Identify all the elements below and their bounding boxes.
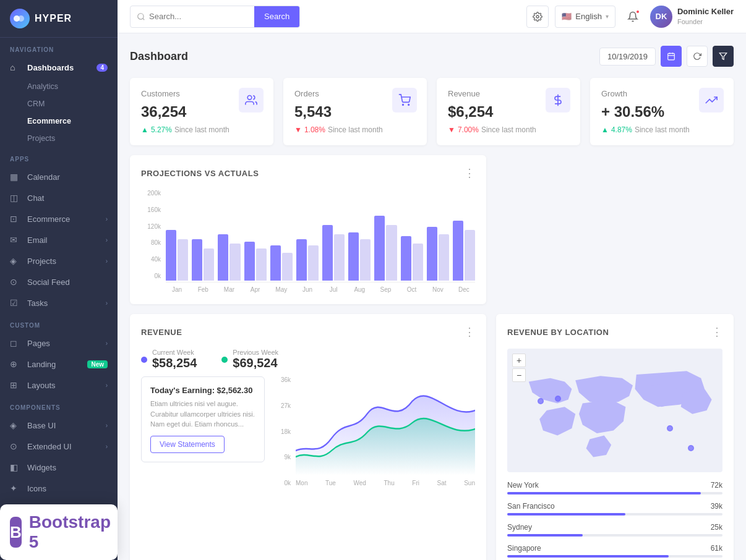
sidebar-item-calendar[interactable]: ▦ Calendar — [0, 166, 118, 187]
location-sydney: Sydney 25k — [507, 523, 722, 537]
widgets-icon: ◧ — [10, 462, 21, 472]
day-tue: Tue — [325, 480, 336, 486]
layouts-label: Layouts — [27, 381, 106, 390]
bar-projected-mar — [229, 244, 240, 281]
refresh-button[interactable] — [687, 46, 708, 67]
svg-point-12 — [408, 104, 409, 106]
sidebar-item-projects-app[interactable]: ◈ Projects › — [0, 250, 118, 271]
sidebar-item-layouts[interactable]: ⊞ Layouts › — [0, 375, 118, 396]
bar-actual-jan — [166, 230, 176, 281]
projections-menu[interactable]: ⋮ — [464, 166, 475, 180]
revenue-change-value: 7.00% — [458, 125, 479, 134]
topbar: Search 🇺🇸 English ▾ DK Dominic Keller Fo… — [118, 0, 746, 33]
sidebar-item-pages[interactable]: ◻ Pages › — [0, 333, 118, 354]
bar-projected-oct — [413, 244, 423, 281]
sidebar-item-analytics[interactable]: Analytics — [0, 78, 118, 95]
settings-button[interactable] — [526, 6, 549, 28]
search-input[interactable] — [149, 12, 248, 21]
current-week-value: $58,254 — [152, 356, 197, 370]
previous-week-value: $69,524 — [233, 356, 278, 370]
location-title: REVENUE BY LOCATION — [507, 328, 609, 337]
sidebar-item-icons[interactable]: ✦ Icons — [0, 478, 118, 499]
notification-dot — [635, 9, 640, 14]
location-singapore-value: 61k — [711, 544, 722, 553]
sidebar-item-crm[interactable]: CRM — [0, 95, 118, 112]
revenue-content: Today's Earning: $2,562.30 Etiam ultrici… — [141, 376, 475, 486]
sidebar-item-extended-ui[interactable]: ⊙ Extended UI › — [0, 436, 118, 457]
calendar-view-button[interactable] — [661, 46, 682, 67]
sidebar-item-base-ui[interactable]: ◈ Base UI › — [0, 415, 118, 436]
bootstrap-icon: B — [10, 517, 22, 548]
y-label-0k: 0k — [141, 273, 161, 279]
filter-button[interactable] — [713, 46, 734, 67]
page-header: Dashboard 10/19/2019 — [130, 46, 734, 67]
sidebar-item-email[interactable]: ✉ Email › — [0, 229, 118, 250]
sidebar-item-dashboards[interactable]: ⌂ Dashboards 4 — [0, 57, 118, 78]
bar-actual-oct — [401, 236, 411, 281]
customers-icon — [239, 88, 264, 112]
user-profile[interactable]: DK Dominic Keller Founder — [650, 6, 734, 28]
x-label-apr: Apr — [244, 286, 267, 293]
sidebar-item-projects[interactable]: Projects — [0, 130, 118, 147]
location-sydney-value: 25k — [711, 523, 722, 532]
revenue-arrow-icon: ▼ — [448, 125, 455, 134]
bar-group-dec — [453, 188, 475, 281]
x-label-mar: Mar — [218, 286, 240, 293]
week-summary: Current Week $58,254 Previous Week $69,5… — [141, 349, 475, 370]
custom-section-label: CUSTOM — [0, 313, 118, 333]
bar-actual-jun — [296, 239, 307, 281]
location-stats: New York 72k San Francisco 39k — [507, 481, 722, 558]
sidebar-item-widgets[interactable]: ◧ Widgets — [0, 457, 118, 478]
earning-title: Today's Earning: $2,562.30 — [150, 386, 255, 395]
earning-box-wrap: Today's Earning: $2,562.30 Etiam ultrici… — [141, 376, 265, 486]
bar-group-nov — [427, 188, 449, 281]
revenue-line-chart — [296, 376, 475, 475]
bar-projected-aug — [360, 239, 371, 281]
sidebar-item-ecommerce-app[interactable]: ⊡ Ecommerce › — [0, 208, 118, 229]
revenue-card: REVENUE ⋮ Current Week $58,254 P — [130, 314, 486, 560]
bar-group-sep — [374, 188, 397, 281]
x-label-may: May — [270, 286, 293, 293]
bar-projected-apr — [256, 248, 267, 281]
x-axis-labels: JanFebMarAprMayJunJulAugSepOctNovDec — [166, 286, 475, 293]
previous-week-item: Previous Week $69,524 — [221, 349, 278, 370]
sidebar-item-ecommerce[interactable]: Ecommerce — [0, 112, 118, 130]
sidebar-item-landing[interactable]: ⊕ Landing New — [0, 354, 118, 375]
avatar: DK — [650, 6, 672, 28]
svg-point-2 — [138, 13, 144, 19]
new-york-dot — [555, 396, 561, 402]
day-sun: Sun — [464, 480, 475, 486]
bar-group-apr — [244, 188, 267, 281]
revenue-menu[interactable]: ⋮ — [464, 325, 475, 339]
calendar-icon — [667, 52, 675, 61]
bar-group-jun — [296, 188, 319, 281]
y-27k: 27k — [275, 402, 291, 409]
location-menu[interactable]: ⋮ — [711, 325, 722, 339]
current-week-dot — [141, 357, 147, 363]
singapore-dot — [667, 425, 673, 431]
projects-icon: ◈ — [10, 256, 21, 266]
chevron-down-icon: ▾ — [606, 13, 609, 20]
arrow-icon-projects: › — [106, 258, 108, 265]
logo-icon — [10, 9, 30, 28]
view-statements-button[interactable]: View Statements — [150, 436, 225, 453]
bootstrap-overlay[interactable]: B Bootstrap 5 — [0, 504, 118, 560]
sidebar-item-tasks[interactable]: ☑ Tasks › — [0, 292, 118, 313]
sidebar-item-social-feed[interactable]: ⊙ Social Feed — [0, 271, 118, 292]
arrow-icon-email: › — [106, 237, 108, 244]
location-singapore-fill — [507, 555, 669, 558]
growth-icon — [699, 88, 724, 112]
sidebar-item-chat[interactable]: ◫ Chat — [0, 187, 118, 208]
san-francisco-dot — [538, 398, 544, 404]
notifications-button[interactable] — [622, 6, 644, 28]
y-label-80k: 80k — [141, 239, 161, 246]
previous-week-info: Previous Week $69,524 — [233, 349, 278, 370]
extended-ui-icon: ⊙ — [10, 441, 21, 451]
y-label-120k: 120k — [141, 223, 161, 230]
x-label-feb: Feb — [192, 286, 214, 293]
language-label: English — [575, 12, 602, 21]
svg-marker-9 — [719, 53, 727, 60]
search-button[interactable]: Search — [254, 6, 299, 28]
language-selector[interactable]: 🇺🇸 English ▾ — [555, 6, 615, 28]
location-singapore-bar — [507, 555, 722, 558]
